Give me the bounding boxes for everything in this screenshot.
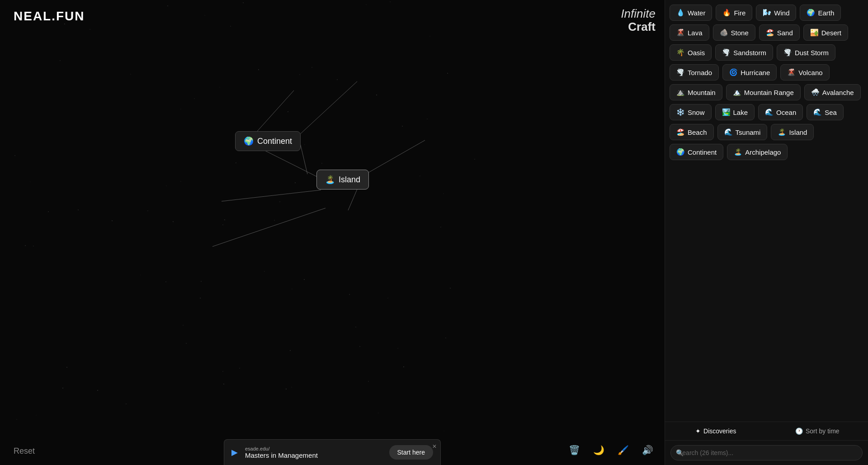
item-label: Wind [774, 9, 789, 17]
dark-mode-icon[interactable]: 🌙 [590, 442, 607, 458]
items-grid: 💧Water🔥Fire🌬️Wind🌍Earth🌋Lava🪨Stone🏖️Sand… [665, 0, 868, 422]
trash-icon[interactable]: 🗑️ [566, 442, 582, 458]
star [474, 159, 475, 160]
item-chip[interactable]: 🌨️Avalanche [804, 84, 861, 100]
item-label: Stone [731, 29, 749, 37]
island-node[interactable]: 🏝️ Island [316, 170, 369, 190]
ad-text: esade.edu/ Masters in Management [245, 446, 382, 459]
item-emoji: ⛰️ [676, 88, 685, 96]
star [90, 29, 90, 30]
reset-button[interactable]: Reset [14, 446, 35, 456]
item-chip[interactable]: 🌀Hurricane [722, 64, 777, 81]
item-label: Archipelago [745, 148, 781, 156]
star [450, 288, 451, 289]
item-emoji: 🏜️ [810, 28, 819, 37]
item-chip[interactable]: 🌴Oasis [670, 44, 712, 61]
star [36, 415, 37, 416]
item-label: Fire [734, 9, 745, 17]
item-emoji: 🏖️ [676, 128, 685, 136]
item-chip[interactable]: 🏞️Lake [715, 104, 755, 120]
star [279, 201, 280, 202]
sort-time-label: Sort by time [806, 427, 840, 435]
tab-sort-by-time[interactable]: 🕐 Sort by time [767, 422, 868, 440]
search-icon-wrap: 🔍 [670, 445, 863, 460]
star [258, 69, 259, 70]
item-chip[interactable]: 🌪️Dust Storm [777, 44, 835, 61]
star [397, 348, 398, 349]
item-chip[interactable]: 🏔️Mountain Range [726, 84, 801, 100]
item-emoji: 🌊 [813, 108, 822, 116]
item-chip[interactable]: 🔥Fire [716, 5, 752, 21]
panel-bottom: ✦ Discoveries 🕐 Sort by time 🔍 [665, 422, 868, 465]
star [180, 109, 181, 109]
item-label: Earth [818, 9, 834, 17]
item-chip[interactable]: 🏝️Island [771, 124, 814, 140]
item-emoji: 🌀 [729, 68, 738, 76]
star [447, 73, 448, 74]
item-emoji: 🌍 [676, 148, 685, 156]
item-chip[interactable]: 🏖️Sand [759, 24, 800, 41]
star [236, 162, 236, 163]
item-chip[interactable]: 🌬️Wind [756, 5, 796, 21]
item-chip[interactable]: 🏜️Desert [803, 24, 848, 41]
item-chip[interactable]: 🌪️Tornado [670, 64, 719, 81]
sound-icon[interactable]: 🔊 [639, 442, 656, 458]
star [368, 381, 369, 382]
item-chip[interactable]: 🌊Tsunami [717, 124, 768, 140]
item-label: Lake [733, 109, 748, 116]
item-chip[interactable]: 🪨Stone [713, 24, 755, 41]
item-emoji: 🌴 [676, 48, 685, 57]
star [147, 210, 148, 211]
ad-close-button[interactable]: ✕ [432, 443, 437, 450]
star [274, 220, 275, 221]
ad-cta-button[interactable]: Start here [389, 445, 433, 460]
star [387, 298, 388, 299]
ad-source: esade.edu/ [245, 446, 382, 451]
item-chip[interactable]: 🌍Continent [670, 144, 723, 160]
item-emoji: 💧 [676, 9, 685, 17]
star [33, 246, 34, 247]
item-emoji: 🌪️ [722, 48, 731, 57]
connection-lines [0, 0, 665, 465]
item-emoji: 🔥 [722, 9, 731, 17]
star [97, 390, 98, 391]
tab-discoveries[interactable]: ✦ Discoveries [665, 422, 767, 440]
star [239, 368, 240, 369]
item-chip[interactable]: 🌍Earth [800, 5, 841, 21]
sort-time-icon: 🕐 [795, 427, 803, 435]
item-label: Avalanche [822, 89, 854, 96]
item-chip[interactable]: ⛰️Mountain [670, 84, 722, 100]
item-chip[interactable]: ❄️Snow [670, 104, 712, 120]
item-chip[interactable]: 🌊Sea [807, 104, 844, 120]
item-chip[interactable]: 🌊Ocean [758, 104, 803, 120]
item-chip[interactable]: 💧Water [670, 5, 712, 21]
item-label: Ocean [776, 109, 796, 116]
clear-icon[interactable]: 🖌️ [615, 442, 631, 458]
item-label: Volcano [798, 69, 822, 76]
item-emoji: 🏔️ [733, 88, 741, 96]
item-chip[interactable]: 🏖️Beach [670, 124, 714, 140]
island-emoji: 🏝️ [325, 175, 335, 185]
item-label: Dust Storm [795, 49, 829, 57]
search-input[interactable] [670, 445, 863, 460]
item-label: Oasis [688, 49, 705, 57]
item-chip[interactable]: 🌪️Sandstorm [715, 44, 773, 61]
item-label: Sand [777, 29, 793, 37]
star [30, 181, 31, 182]
star [359, 346, 360, 347]
item-chip[interactable]: 🌋Volcano [780, 64, 829, 81]
star [311, 67, 312, 68]
star [165, 281, 166, 282]
item-chip[interactable]: 🌋Lava [670, 24, 709, 41]
item-label: Snow [688, 109, 705, 116]
star [230, 26, 231, 27]
item-chip[interactable]: 🏝️Archipelago [727, 144, 788, 160]
craft-canvas[interactable]: NEAL.FUN Infinite Craft 🌍 Continent 🏝️ I… [0, 0, 665, 465]
item-label: Beach [688, 128, 707, 136]
item-emoji: ❄️ [676, 108, 685, 116]
item-label: Mountain Range [744, 89, 794, 96]
search-bar: 🔍 [665, 441, 868, 465]
star [200, 298, 201, 299]
continent-node[interactable]: 🌍 Continent [235, 131, 301, 151]
star [224, 219, 225, 220]
